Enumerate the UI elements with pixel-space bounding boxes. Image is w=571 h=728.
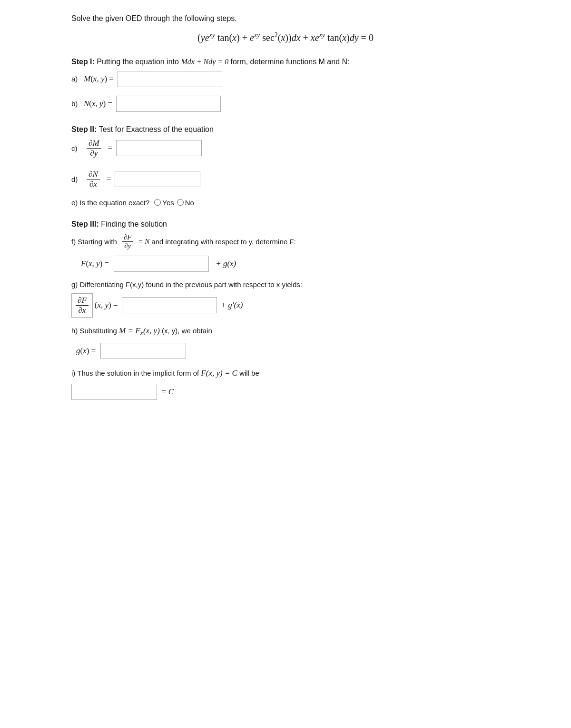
input-dM-dy[interactable] (116, 140, 202, 156)
dF-dy-fraction: ∂F ∂y (122, 233, 134, 250)
Fxy-row: F(x, y) = + g(x) (71, 256, 500, 272)
question-c: c) ∂M ∂y = (71, 139, 500, 158)
plus-gx-label: + g(x) (216, 259, 236, 269)
input-gx[interactable] (100, 343, 186, 359)
step3-section: Step III: Finding the solution f) Starti… (71, 220, 500, 400)
equals-C-label: = C (161, 387, 174, 397)
radio-yes-circle[interactable] (154, 199, 161, 206)
step1-heading: Step I: Putting the equation into Mdx + … (71, 58, 500, 66)
sub-f-and-integrating: and integrating with respect to y, deter… (151, 238, 295, 246)
partial-M-dy: ∂M ∂y (87, 139, 101, 158)
radio-no-label: No (185, 199, 194, 207)
radio-yes-option[interactable]: Yes (154, 199, 174, 207)
step3-heading: Step III: Finding the solution (71, 220, 500, 229)
question-e: e) Is the equation exact? Yes No (71, 199, 500, 207)
partial-N-dx: ∂N ∂x (87, 170, 100, 189)
sub-f-prefix: f) Starting with (71, 238, 117, 246)
input-M[interactable] (118, 71, 222, 87)
label-d: d) (71, 175, 81, 183)
radio-no-option[interactable]: No (177, 199, 194, 207)
page-content: Solve the given OED through the followin… (71, 14, 500, 400)
input-final-solution[interactable] (71, 384, 157, 400)
input-N[interactable] (116, 96, 221, 112)
dF-dx-row: ∂F ∂x (x, y) = + g′(x) (71, 293, 500, 318)
sub-f-equals-N: = N (138, 238, 149, 246)
final-solution-row: = C (71, 384, 500, 400)
sub-h-text: h) Substituting M = Fx(x, y) (x, y), we … (71, 326, 500, 337)
radio-yes-label: Yes (162, 199, 174, 207)
dF-dx-boxed: ∂F ∂x (71, 293, 93, 318)
radio-no-circle[interactable] (177, 199, 184, 206)
gx-row: g(x) = (71, 343, 500, 359)
step2-section: Step II: Test for Exactness of the equat… (71, 125, 500, 207)
main-equation: (yexy tan(x) + exy sec2(x))dx + xexy tan… (71, 31, 500, 43)
input-dF-dx-value[interactable] (122, 297, 217, 313)
sub-g-text: g) Differentiating F(x,y) found in the p… (71, 280, 500, 289)
input-dN-dx[interactable] (115, 171, 200, 187)
label-c: c) (71, 144, 81, 152)
label-a: a) (71, 75, 81, 83)
step1-section: Step I: Putting the equation into Mdx + … (71, 58, 500, 112)
question-d: d) ∂N ∂x = (71, 170, 500, 189)
question-b: b) N(x, y) = (71, 96, 500, 112)
sub-f-text: f) Starting with ∂F ∂y = N and integrati… (71, 233, 500, 250)
input-Fxy[interactable] (114, 256, 209, 272)
question-a: a) M(x, y) = (71, 71, 500, 87)
sub-i-text: i) Thus the solution in the implicit for… (71, 369, 500, 378)
label-b: b) (71, 100, 81, 108)
plus-g-prime: + g′(x) (221, 300, 243, 310)
step2-heading: Step II: Test for Exactness of the equat… (71, 125, 500, 134)
intro-text: Solve the given OED through the followin… (71, 14, 500, 23)
exact-question-text: e) Is the equation exact? (71, 199, 149, 207)
